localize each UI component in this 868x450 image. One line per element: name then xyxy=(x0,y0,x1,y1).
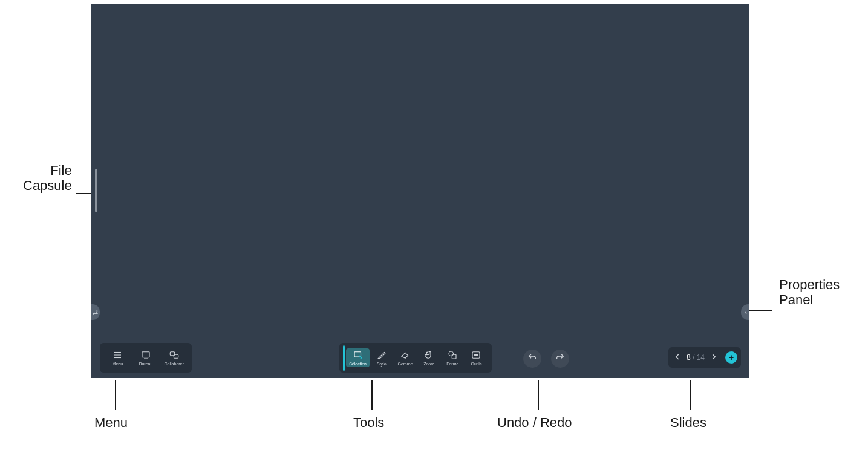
tool-more[interactable]: Outils xyxy=(465,348,488,367)
toolbar-accent xyxy=(343,345,345,371)
prev-slide-button[interactable] xyxy=(672,352,683,363)
tool-bar: Sélection Stylo Gomme Zoom Forme xyxy=(339,343,492,373)
total-slides: 14 xyxy=(697,353,705,362)
file-capsule-handle[interactable] xyxy=(95,169,97,212)
tool-label: Stylo xyxy=(377,362,387,366)
slide-separator: / xyxy=(693,353,694,362)
current-slide: 8 xyxy=(687,353,691,362)
tool-shape[interactable]: Forme xyxy=(441,348,465,367)
collaborate-icon xyxy=(168,350,180,360)
callout-undo-redo: Undo / Redo xyxy=(497,415,572,431)
pen-icon xyxy=(376,350,388,360)
menu-button[interactable]: Menu xyxy=(103,348,132,367)
swap-icon: ⇄ xyxy=(93,308,98,316)
svg-point-13 xyxy=(477,354,478,356)
swap-tab[interactable]: ⇄ xyxy=(91,304,100,320)
callout-tools: Tools xyxy=(353,415,384,431)
callout-slides: Slides xyxy=(670,415,706,431)
properties-panel-tab[interactable]: ‹ xyxy=(741,304,749,320)
tool-label: Zoom xyxy=(423,362,434,366)
desktop-button[interactable]: Bureau xyxy=(132,348,160,367)
callout-menu: Menu xyxy=(94,415,128,431)
chevron-right-icon xyxy=(710,353,718,363)
menu-label: Bureau xyxy=(139,362,153,366)
svg-point-11 xyxy=(474,354,475,356)
app-window: ⇄ ‹ Menu Bureau Collaborer xyxy=(91,4,749,378)
menu-label: Menu xyxy=(113,362,123,366)
tool-pen[interactable]: Stylo xyxy=(370,348,393,367)
shape-icon xyxy=(446,350,458,360)
callout-line xyxy=(749,310,772,311)
undo-redo-group xyxy=(523,350,569,368)
add-slide-button[interactable]: + xyxy=(725,351,737,364)
slide-counter: 8 / 14 xyxy=(687,353,705,362)
eraser-icon xyxy=(399,350,411,360)
undo-icon xyxy=(527,353,537,365)
redo-icon xyxy=(555,353,565,365)
hand-icon xyxy=(423,350,435,360)
callout-file-capsule: File Capsule xyxy=(23,163,72,194)
tool-label: Gomme xyxy=(397,362,413,366)
slides-bar: 8 / 14 + xyxy=(668,347,741,368)
chevron-left-icon xyxy=(673,353,682,363)
hamburger-icon xyxy=(111,350,123,360)
callout-line xyxy=(115,380,116,410)
chevron-left-icon: ‹ xyxy=(745,308,747,316)
callout-properties-panel: Properties Panel xyxy=(779,277,840,308)
redo-button[interactable] xyxy=(551,350,569,368)
svg-rect-3 xyxy=(142,352,149,357)
menu-bar: Menu Bureau Collaborer xyxy=(100,343,192,373)
tool-selection[interactable]: Sélection xyxy=(346,348,370,367)
tool-eraser[interactable]: Gomme xyxy=(393,348,417,367)
next-slide-button[interactable] xyxy=(708,352,719,363)
menu-label: Collaborer xyxy=(165,362,184,366)
callout-line xyxy=(538,380,539,410)
tool-label: Sélection xyxy=(349,362,367,366)
callout-line xyxy=(371,380,373,410)
tool-label: Outils xyxy=(471,362,481,366)
selection-icon xyxy=(352,350,364,360)
tool-label: Forme xyxy=(446,362,458,366)
svg-point-8 xyxy=(449,351,454,356)
callout-line xyxy=(690,380,691,410)
tool-zoom[interactable]: Zoom xyxy=(417,348,441,367)
svg-point-12 xyxy=(476,354,477,356)
plus-icon: + xyxy=(729,353,734,362)
undo-button[interactable] xyxy=(523,350,541,368)
more-icon xyxy=(470,350,482,360)
desktop-icon xyxy=(140,350,152,360)
collaborate-button[interactable]: Collaborer xyxy=(160,348,188,367)
